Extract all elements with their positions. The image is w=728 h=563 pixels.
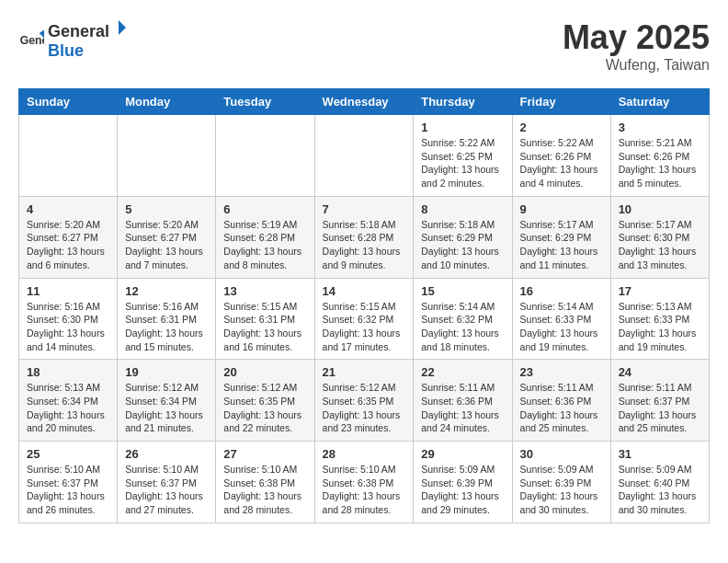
day-number: 6: [223, 202, 306, 216]
svg-text:General: General: [20, 34, 44, 47]
calendar-cell: 16Sunrise: 5:14 AM Sunset: 6:33 PM Dayli…: [512, 278, 610, 360]
day-number: 11: [27, 284, 109, 298]
calendar-cell: 21Sunrise: 5:12 AM Sunset: 6:35 PM Dayli…: [314, 360, 414, 442]
calendar-cell: 22Sunrise: 5:11 AM Sunset: 6:36 PM Dayli…: [414, 360, 512, 442]
day-info: Sunrise: 5:18 AM Sunset: 6:28 PM Dayligh…: [323, 218, 406, 272]
day-number: 30: [520, 447, 603, 461]
day-number: 4: [27, 202, 109, 216]
day-number: 26: [125, 447, 208, 461]
weekday-header: Sunday: [19, 89, 118, 115]
day-info: Sunrise: 5:11 AM Sunset: 6:36 PM Dayligh…: [520, 381, 603, 435]
calendar-week-row: 11Sunrise: 5:16 AM Sunset: 6:30 PM Dayli…: [19, 278, 710, 360]
day-info: Sunrise: 5:10 AM Sunset: 6:37 PM Dayligh…: [27, 463, 109, 517]
day-number: 29: [421, 447, 504, 461]
day-info: Sunrise: 5:10 AM Sunset: 6:38 PM Dayligh…: [323, 463, 406, 517]
calendar-cell: 27Sunrise: 5:10 AM Sunset: 6:38 PM Dayli…: [216, 442, 314, 523]
title-area: May 2025 Wufeng, Taiwan: [563, 18, 710, 74]
day-info: Sunrise: 5:12 AM Sunset: 6:35 PM Dayligh…: [223, 381, 306, 435]
logo-chevron-icon: [109, 18, 128, 37]
day-number: 18: [27, 365, 109, 379]
calendar-cell: [118, 115, 216, 197]
day-number: 21: [323, 365, 406, 379]
day-number: 31: [619, 447, 701, 461]
day-number: 22: [421, 365, 504, 379]
day-info: Sunrise: 5:20 AM Sunset: 6:27 PM Dayligh…: [125, 218, 208, 272]
day-number: 1: [421, 121, 504, 134]
calendar-cell: 25Sunrise: 5:10 AM Sunset: 6:37 PM Dayli…: [19, 442, 118, 523]
calendar-cell: [19, 115, 118, 197]
header: General General Blue May 2025 Wufeng, Ta…: [18, 18, 710, 74]
weekday-header: Friday: [512, 89, 610, 115]
day-info: Sunrise: 5:13 AM Sunset: 6:34 PM Dayligh…: [27, 381, 109, 435]
day-info: Sunrise: 5:15 AM Sunset: 6:32 PM Dayligh…: [323, 300, 406, 354]
calendar-cell: 4Sunrise: 5:20 AM Sunset: 6:27 PM Daylig…: [19, 196, 118, 278]
calendar-cell: 6Sunrise: 5:19 AM Sunset: 6:28 PM Daylig…: [216, 196, 314, 278]
logo: General General Blue: [18, 18, 128, 61]
day-info: Sunrise: 5:13 AM Sunset: 6:33 PM Dayligh…: [619, 300, 701, 354]
day-info: Sunrise: 5:22 AM Sunset: 6:25 PM Dayligh…: [421, 136, 504, 190]
day-number: 8: [421, 202, 504, 216]
calendar-cell: 13Sunrise: 5:15 AM Sunset: 6:31 PM Dayli…: [216, 278, 314, 360]
logo-blue-text: Blue: [48, 41, 84, 60]
day-info: Sunrise: 5:22 AM Sunset: 6:26 PM Dayligh…: [520, 136, 603, 190]
weekday-header: Thursday: [414, 89, 512, 115]
calendar-cell: 20Sunrise: 5:12 AM Sunset: 6:35 PM Dayli…: [216, 360, 314, 442]
day-number: 9: [520, 202, 603, 216]
weekday-header: Monday: [118, 89, 216, 115]
day-info: Sunrise: 5:16 AM Sunset: 6:30 PM Dayligh…: [27, 300, 109, 354]
day-info: Sunrise: 5:10 AM Sunset: 6:38 PM Dayligh…: [223, 463, 306, 517]
calendar-cell: 15Sunrise: 5:14 AM Sunset: 6:32 PM Dayli…: [414, 278, 512, 360]
calendar-cell: 30Sunrise: 5:09 AM Sunset: 6:39 PM Dayli…: [512, 442, 610, 523]
calendar-cell: 1Sunrise: 5:22 AM Sunset: 6:25 PM Daylig…: [414, 115, 512, 197]
calendar-week-row: 4Sunrise: 5:20 AM Sunset: 6:27 PM Daylig…: [19, 196, 710, 278]
weekday-header: Tuesday: [216, 89, 314, 115]
calendar-cell: 12Sunrise: 5:16 AM Sunset: 6:31 PM Dayli…: [118, 278, 216, 360]
calendar-cell: 17Sunrise: 5:13 AM Sunset: 6:33 PM Dayli…: [610, 278, 709, 360]
calendar-cell: 11Sunrise: 5:16 AM Sunset: 6:30 PM Dayli…: [19, 278, 118, 360]
day-info: Sunrise: 5:11 AM Sunset: 6:36 PM Dayligh…: [421, 381, 504, 435]
day-number: 23: [520, 365, 603, 379]
calendar-cell: [216, 115, 314, 197]
day-info: Sunrise: 5:20 AM Sunset: 6:27 PM Dayligh…: [27, 218, 109, 272]
day-number: 28: [323, 447, 406, 461]
calendar-cell: 10Sunrise: 5:17 AM Sunset: 6:30 PM Dayli…: [610, 196, 709, 278]
day-number: 13: [223, 284, 306, 298]
calendar-week-row: 18Sunrise: 5:13 AM Sunset: 6:34 PM Dayli…: [19, 360, 710, 442]
day-info: Sunrise: 5:19 AM Sunset: 6:28 PM Dayligh…: [223, 218, 306, 272]
day-number: 25: [27, 447, 109, 461]
day-number: 12: [125, 284, 208, 298]
day-number: 27: [223, 447, 306, 461]
calendar-cell: 14Sunrise: 5:15 AM Sunset: 6:32 PM Dayli…: [314, 278, 414, 360]
day-info: Sunrise: 5:09 AM Sunset: 6:40 PM Dayligh…: [619, 463, 701, 517]
day-info: Sunrise: 5:12 AM Sunset: 6:35 PM Dayligh…: [323, 381, 406, 435]
calendar-cell: 2Sunrise: 5:22 AM Sunset: 6:26 PM Daylig…: [512, 115, 610, 197]
calendar-cell: 9Sunrise: 5:17 AM Sunset: 6:29 PM Daylig…: [512, 196, 610, 278]
calendar-location: Wufeng, Taiwan: [563, 57, 710, 74]
calendar-title: May 2025: [563, 18, 710, 57]
day-info: Sunrise: 5:09 AM Sunset: 6:39 PM Dayligh…: [421, 463, 504, 517]
day-info: Sunrise: 5:14 AM Sunset: 6:32 PM Dayligh…: [421, 300, 504, 354]
calendar-cell: 19Sunrise: 5:12 AM Sunset: 6:34 PM Dayli…: [118, 360, 216, 442]
day-info: Sunrise: 5:15 AM Sunset: 6:31 PM Dayligh…: [223, 300, 306, 354]
day-number: 24: [619, 365, 701, 379]
day-number: 7: [323, 202, 406, 216]
calendar-week-row: 1Sunrise: 5:22 AM Sunset: 6:25 PM Daylig…: [19, 115, 710, 197]
svg-marker-1: [119, 20, 126, 35]
day-number: 2: [520, 121, 603, 134]
day-info: Sunrise: 5:17 AM Sunset: 6:29 PM Dayligh…: [520, 218, 603, 272]
day-number: 14: [323, 284, 406, 298]
calendar-cell: 28Sunrise: 5:10 AM Sunset: 6:38 PM Dayli…: [314, 442, 414, 523]
day-number: 17: [619, 284, 701, 298]
calendar-cell: 8Sunrise: 5:18 AM Sunset: 6:29 PM Daylig…: [414, 196, 512, 278]
calendar-cell: 26Sunrise: 5:10 AM Sunset: 6:37 PM Dayli…: [118, 442, 216, 523]
calendar-cell: 23Sunrise: 5:11 AM Sunset: 6:36 PM Dayli…: [512, 360, 610, 442]
day-info: Sunrise: 5:18 AM Sunset: 6:29 PM Dayligh…: [421, 218, 504, 272]
calendar-cell: 18Sunrise: 5:13 AM Sunset: 6:34 PM Dayli…: [19, 360, 118, 442]
day-number: 20: [223, 365, 306, 379]
weekday-header: Saturday: [610, 89, 709, 115]
day-info: Sunrise: 5:11 AM Sunset: 6:37 PM Dayligh…: [619, 381, 701, 435]
day-info: Sunrise: 5:17 AM Sunset: 6:30 PM Dayligh…: [619, 218, 701, 272]
calendar-cell: 31Sunrise: 5:09 AM Sunset: 6:40 PM Dayli…: [610, 442, 709, 523]
day-info: Sunrise: 5:10 AM Sunset: 6:37 PM Dayligh…: [125, 463, 208, 517]
day-number: 10: [619, 202, 701, 216]
